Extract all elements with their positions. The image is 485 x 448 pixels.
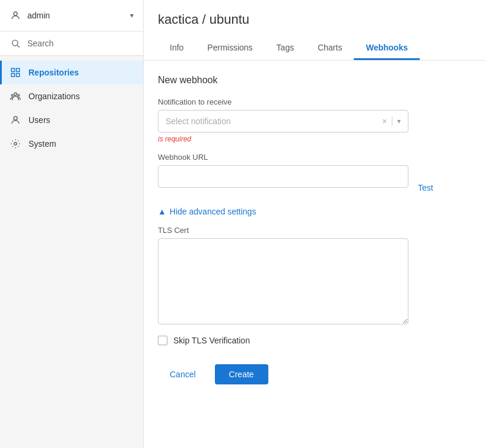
select-divider xyxy=(392,116,392,126)
user-icon xyxy=(9,10,21,21)
repo-icon xyxy=(9,67,21,78)
username-label: admin xyxy=(27,11,130,20)
sidebar-item-users[interactable]: Users xyxy=(0,108,143,132)
chevron-down-icon: ▾ xyxy=(397,117,401,125)
notification-select-wrapper: Select notification × ▾ is required xyxy=(158,110,408,143)
svg-point-9 xyxy=(18,94,20,96)
page-header: kactica / ubuntu Info Permissions Tags C… xyxy=(144,0,485,61)
webhook-url-field: Webhook URL Test xyxy=(158,153,471,197)
form-actions: Cancel Create xyxy=(158,364,471,399)
skip-tls-checkbox[interactable] xyxy=(158,336,167,345)
sidebar-item-system-label: System xyxy=(28,139,56,149)
webhook-url-label: Webhook URL xyxy=(158,153,471,162)
advanced-settings-toggle[interactable]: ▲ Hide advanced settings xyxy=(158,207,256,216)
create-button[interactable]: Create xyxy=(215,364,268,384)
sidebar-item-organizations-label: Organizations xyxy=(28,92,80,101)
system-icon xyxy=(9,138,21,150)
search-icon xyxy=(9,37,21,49)
chevron-up-icon: ▲ xyxy=(158,207,166,216)
svg-point-7 xyxy=(14,93,17,96)
search-label: Search xyxy=(27,39,53,48)
tab-permissions[interactable]: Permissions xyxy=(195,37,264,60)
user-menu[interactable]: admin ▾ xyxy=(0,0,143,31)
svg-point-1 xyxy=(12,40,18,46)
main-content: kactica / ubuntu Info Permissions Tags C… xyxy=(144,0,485,448)
svg-point-10 xyxy=(14,116,17,120)
webhook-url-input[interactable] xyxy=(158,165,408,188)
tls-cert-field: TLS Cert xyxy=(158,226,471,326)
test-button[interactable]: Test xyxy=(416,178,436,197)
sidebar-item-organizations[interactable]: Organizations xyxy=(0,84,143,108)
notification-field: Notification to receive Select notificat… xyxy=(158,97,471,143)
notification-select[interactable]: Select notification × ▾ xyxy=(158,110,408,132)
svg-rect-3 xyxy=(11,68,14,71)
notification-label: Notification to receive xyxy=(158,97,471,106)
svg-line-2 xyxy=(17,45,20,48)
webhook-url-row: Test xyxy=(158,165,471,197)
sidebar-nav: Repositories Organizations Users xyxy=(0,56,143,160)
sidebar: admin ▾ Search Repositories xyxy=(0,0,144,448)
tls-cert-label: TLS Cert xyxy=(158,226,471,235)
sidebar-item-repositories[interactable]: Repositories xyxy=(0,61,143,84)
dropdown-arrow-icon: ▾ xyxy=(130,11,134,20)
svg-point-0 xyxy=(14,12,17,15)
tab-webhooks[interactable]: Webhooks xyxy=(354,37,420,60)
advanced-toggle-label: Hide advanced settings xyxy=(170,207,256,216)
svg-point-8 xyxy=(11,94,13,96)
org-icon xyxy=(9,90,21,102)
tls-cert-textarea[interactable] xyxy=(158,238,408,324)
cancel-button[interactable]: Cancel xyxy=(158,364,208,384)
skip-tls-label: Skip TLS Verification xyxy=(173,336,250,345)
skip-tls-row: Skip TLS Verification xyxy=(158,336,471,345)
notification-placeholder: Select notification xyxy=(166,116,382,126)
tab-bar: Info Permissions Tags Charts Webhooks xyxy=(158,37,471,60)
webhook-form: New webhook Notification to receive Sele… xyxy=(144,61,485,448)
svg-rect-6 xyxy=(11,74,14,77)
sidebar-item-users-label: Users xyxy=(28,115,50,125)
tab-charts[interactable]: Charts xyxy=(306,37,354,60)
tab-tags[interactable]: Tags xyxy=(265,37,306,60)
select-icons: × ▾ xyxy=(382,116,401,126)
search-bar[interactable]: Search xyxy=(0,31,143,56)
svg-point-11 xyxy=(14,143,17,146)
page-title: kactica / ubuntu xyxy=(158,12,471,27)
users-icon xyxy=(9,114,21,126)
select-clear-icon[interactable]: × xyxy=(382,116,387,126)
svg-rect-5 xyxy=(17,74,20,77)
sidebar-item-system[interactable]: System xyxy=(0,132,143,156)
notification-error: is required xyxy=(158,135,408,143)
form-title: New webhook xyxy=(158,75,471,86)
tab-info[interactable]: Info xyxy=(158,37,195,60)
svg-rect-4 xyxy=(17,68,20,71)
sidebar-item-repositories-label: Repositories xyxy=(28,68,79,77)
